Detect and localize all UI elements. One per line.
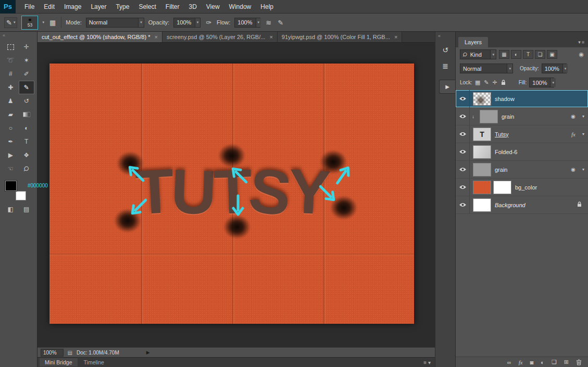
- layer-name[interactable]: grain: [502, 113, 514, 120]
- layer-thumbnail[interactable]: [473, 145, 491, 159]
- expand-panels-icon[interactable]: «: [435, 32, 455, 40]
- layer-thumbnail[interactable]: [473, 163, 491, 176]
- zoom-level[interactable]: 100%: [41, 349, 64, 357]
- menu-type[interactable]: Type: [111, 0, 134, 13]
- screen-mode-icon[interactable]: ▤: [19, 203, 35, 216]
- pen-tool[interactable]: ✒: [3, 135, 19, 148]
- close-icon[interactable]: ×: [154, 34, 157, 40]
- layer-thumbnail[interactable]: [480, 110, 498, 123]
- zoom-tool[interactable]: Ϙ: [19, 162, 35, 175]
- eraser-tool[interactable]: ▰: [3, 108, 19, 121]
- layer-thumbnail[interactable]: [473, 181, 491, 194]
- layer-thumbnail[interactable]: [473, 198, 491, 212]
- delete-layer-icon[interactable]: [576, 359, 582, 365]
- tablet-pressure-size-icon[interactable]: ✎: [277, 19, 284, 27]
- blend-mode-select[interactable]: Normal ▾: [460, 64, 513, 73]
- menu-select[interactable]: Select: [134, 0, 160, 13]
- panel-menu-icon[interactable]: ▾≡: [578, 40, 584, 45]
- document-tab[interactable]: 91yipwgt.psd @ 100% (Color Fill 1, RGB..…: [278, 32, 402, 42]
- custom-shape-tool[interactable]: ❖: [19, 148, 35, 162]
- flow-select[interactable]: 100% ▾: [234, 18, 260, 28]
- layer-name[interactable]: Folded-6: [495, 149, 517, 155]
- chevron-down-icon[interactable]: ▾: [582, 132, 584, 136]
- visibility-toggle[interactable]: [456, 161, 470, 178]
- filter-smart-objects-icon[interactable]: ▣: [547, 50, 557, 59]
- link-layers-icon[interactable]: ∞: [507, 359, 511, 365]
- filter-shape-layers-icon[interactable]: ❏: [535, 50, 545, 59]
- menu-3d[interactable]: 3D: [184, 0, 201, 13]
- actions-panel-icon[interactable]: ▶: [439, 80, 455, 94]
- visibility-toggle[interactable]: [456, 108, 470, 125]
- airbrush-icon[interactable]: ≋: [265, 19, 272, 27]
- smart-filter-icon[interactable]: ◉: [571, 167, 576, 172]
- toggle-brush-panel-icon[interactable]: ▦: [48, 19, 57, 27]
- mode-select[interactable]: Normal ▾: [86, 18, 144, 28]
- status-menu-arrow-icon[interactable]: ▶: [146, 350, 150, 355]
- panel-menu-icon[interactable]: ≡▾: [423, 360, 431, 365]
- tab-mini-bridge[interactable]: Mini Bridge: [40, 358, 78, 366]
- layer-name[interactable]: bg_color: [515, 184, 537, 191]
- lock-pixels-icon[interactable]: ✎: [484, 79, 489, 86]
- layer-row-tutsy[interactable]: TTutsyfx▾: [456, 125, 588, 143]
- layer-mask-thumbnail[interactable]: [493, 181, 511, 194]
- layer-row-folded-6[interactable]: Folded-6: [456, 143, 588, 161]
- opacity-select[interactable]: 100% ▾: [173, 18, 201, 28]
- collapse-toolbar-icon[interactable]: «: [0, 32, 37, 39]
- lock-all-icon[interactable]: [501, 80, 506, 85]
- hand-tool[interactable]: ☜: [3, 162, 19, 175]
- layer-opacity-select[interactable]: 100% ▾: [542, 64, 567, 73]
- filter-type-layers-icon[interactable]: T: [523, 50, 533, 59]
- chevron-down-icon[interactable]: ▾: [582, 167, 584, 172]
- blur-tool[interactable]: ○: [3, 121, 19, 135]
- lasso-tool[interactable]: ➰: [3, 54, 19, 67]
- tablet-pressure-opacity-icon[interactable]: ✑: [205, 19, 212, 27]
- menu-image[interactable]: Image: [59, 0, 86, 13]
- healing-brush-tool[interactable]: ✚: [3, 81, 19, 94]
- tool-preset-picker[interactable]: ✎ ▾: [4, 17, 17, 28]
- new-group-icon[interactable]: ❏: [552, 359, 557, 365]
- lock-position-icon[interactable]: ✛: [493, 79, 497, 86]
- path-selection-tool[interactable]: ▶: [3, 148, 19, 162]
- history-panel-icon[interactable]: ↺: [439, 44, 452, 56]
- add-layer-mask-icon[interactable]: ◙: [530, 359, 534, 365]
- close-icon[interactable]: ×: [269, 34, 272, 40]
- document-tab[interactable]: screeny.psd @ 50% (Layer 26, RGB/...×: [162, 32, 278, 42]
- visibility-toggle[interactable]: [456, 125, 470, 143]
- layer-name[interactable]: shadow: [495, 96, 515, 102]
- rect-marquee-tool[interactable]: [3, 40, 19, 54]
- brush-presets-panel-icon[interactable]: ≣: [439, 60, 452, 72]
- layer-style-icon[interactable]: fx: [519, 359, 523, 365]
- brush-preset-picker[interactable]: ● 53: [21, 16, 38, 30]
- gradient-tool[interactable]: [19, 108, 35, 121]
- magic-wand-tool[interactable]: ✶: [19, 54, 35, 67]
- layer-name[interactable]: grain: [495, 167, 507, 173]
- layer-row-background[interactable]: Background: [456, 196, 588, 214]
- menu-window[interactable]: Window: [224, 0, 256, 13]
- clone-stamp-tool[interactable]: ♟: [3, 94, 19, 108]
- foreground-color-swatch[interactable]: [5, 181, 17, 191]
- background-color-swatch[interactable]: [16, 191, 26, 200]
- new-adjustment-layer-icon[interactable]: ◐: [541, 359, 544, 365]
- menu-layer[interactable]: Layer: [86, 0, 111, 13]
- layer-row-shadow[interactable]: shadow: [456, 90, 588, 108]
- dodge-tool[interactable]: ◐: [19, 121, 35, 135]
- visibility-toggle[interactable]: [456, 143, 470, 160]
- lock-transparency-icon[interactable]: ▦: [475, 79, 480, 86]
- history-brush-tool[interactable]: ↺: [19, 94, 35, 108]
- menu-view[interactable]: View: [202, 0, 224, 13]
- fill-select[interactable]: 100% ▾: [529, 78, 554, 87]
- move-tool[interactable]: ✛: [19, 40, 35, 54]
- visibility-toggle[interactable]: [456, 179, 470, 196]
- layer-thumbnail[interactable]: T: [473, 128, 491, 141]
- close-icon[interactable]: ×: [394, 34, 397, 40]
- crop-tool[interactable]: #: [3, 67, 19, 81]
- filter-toggle-icon[interactable]: ◉: [579, 51, 584, 58]
- visibility-toggle[interactable]: [456, 90, 470, 107]
- visibility-toggle[interactable]: [456, 196, 470, 213]
- layer-thumbnail[interactable]: [473, 92, 491, 106]
- menu-help[interactable]: Help: [256, 0, 278, 13]
- layer-row-grain[interactable]: grain◉▾: [456, 161, 588, 179]
- menu-filter[interactable]: Filter: [161, 0, 184, 13]
- layer-row-bg_color[interactable]: bg_color: [456, 179, 588, 196]
- tab-layers[interactable]: Layers: [458, 37, 488, 47]
